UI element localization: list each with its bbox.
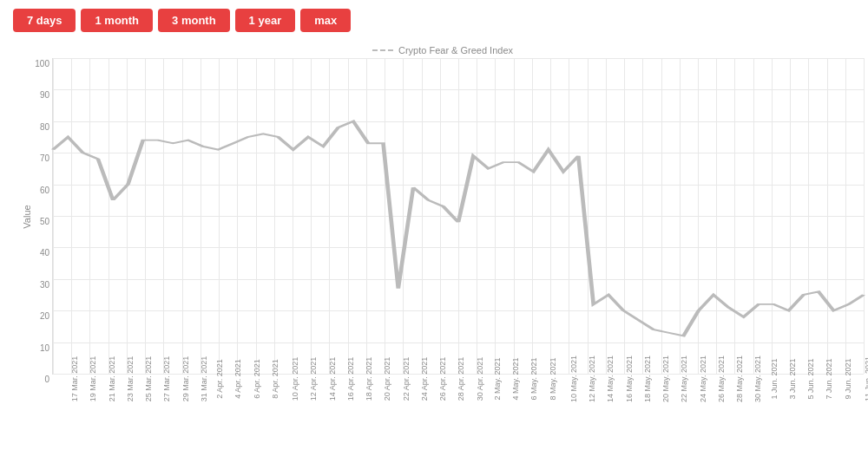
x-label-13: 12 Apr. 2021 xyxy=(310,357,319,401)
x-label-32: 20 May. 2021 xyxy=(661,355,670,402)
y-tick-10: 10 xyxy=(40,342,53,352)
x-label-19: 24 Apr. 2021 xyxy=(420,357,429,401)
main-container: 7 days1 month3 month1 yearmax Crypto Fea… xyxy=(0,0,868,431)
x-label-30: 16 May. 2021 xyxy=(624,355,633,402)
y-tick-70: 70 xyxy=(40,153,53,163)
x-label-31: 18 May. 2021 xyxy=(643,355,652,402)
x-label-8: 2 Apr. 2021 xyxy=(215,359,224,399)
x-label-7: 31 Mar. 2021 xyxy=(200,356,208,402)
x-label-41: 7 Jun. 2021 xyxy=(825,358,833,399)
y-tick-90: 90 xyxy=(40,90,53,100)
x-label-29: 14 May. 2021 xyxy=(606,355,615,402)
x-label-22: 30 Apr. 2021 xyxy=(476,357,484,401)
y-tick-80: 80 xyxy=(40,121,53,131)
x-label-16: 18 Apr. 2021 xyxy=(365,357,373,401)
x-label-36: 28 May. 2021 xyxy=(735,355,744,402)
x-label-23: 2 May. 2021 xyxy=(493,358,502,401)
chart-svg xyxy=(53,58,864,374)
max-button[interactable]: max xyxy=(300,9,351,32)
y-tick-20: 20 xyxy=(40,311,53,321)
x-label-39: 3 Jun. 2021 xyxy=(787,358,796,399)
x-label-12: 10 Apr. 2021 xyxy=(291,357,299,401)
x-label-1: 19 Mar. 2021 xyxy=(89,356,98,402)
y-tick-50: 50 xyxy=(40,217,53,226)
x-label-20: 26 Apr. 2021 xyxy=(438,357,447,401)
x-label-37: 30 May. 2021 xyxy=(753,355,762,402)
y-axis-label: Value xyxy=(22,205,32,228)
x-label-3: 23 Mar. 2021 xyxy=(126,356,135,402)
x-label-21: 28 Apr. 2021 xyxy=(457,357,466,401)
x-label-17: 20 Apr. 2021 xyxy=(384,357,392,401)
x-label-40: 5 Jun. 2021 xyxy=(806,358,815,399)
x-label-43: 11 Jun. 2021 xyxy=(864,356,868,401)
x-label-10: 6 Apr. 2021 xyxy=(252,359,260,399)
7days-button[interactable]: 7 days xyxy=(13,9,76,32)
legend-label: Crypto Fear & Greed Index xyxy=(398,45,513,55)
x-label-25: 6 May. 2021 xyxy=(530,358,539,401)
x-label-6: 29 Mar. 2021 xyxy=(181,356,190,402)
chart-area: Crypto Fear & Greed Index Value 01020304… xyxy=(22,41,864,422)
x-label-28: 12 May. 2021 xyxy=(588,355,596,402)
1year-button[interactable]: 1 year xyxy=(235,9,296,32)
x-label-24: 4 May. 2021 xyxy=(511,358,520,401)
3month-button[interactable]: 3 month xyxy=(158,9,230,32)
x-labels: 17 Mar. 202119 Mar. 202121 Mar. 202123 M… xyxy=(52,375,864,422)
x-label-27: 10 May. 2021 xyxy=(569,355,578,402)
y-tick-30: 30 xyxy=(40,279,53,289)
toolbar: 7 days1 month3 month1 yearmax xyxy=(13,9,855,32)
y-tick-40: 40 xyxy=(40,248,53,258)
chart-legend: Crypto Fear & Greed Index xyxy=(372,45,513,55)
legend-line-icon xyxy=(372,49,393,51)
x-label-2: 21 Mar. 2021 xyxy=(108,356,116,402)
y-tick-100: 100 xyxy=(35,59,53,68)
grid-line-v-44 xyxy=(864,58,865,374)
x-label-35: 26 May. 2021 xyxy=(717,355,726,402)
x-label-5: 27 Mar. 2021 xyxy=(163,356,172,402)
x-label-15: 16 Apr. 2021 xyxy=(346,357,355,401)
1month-button[interactable]: 1 month xyxy=(81,9,153,32)
x-label-4: 25 Mar. 2021 xyxy=(144,356,153,402)
x-label-26: 8 May. 2021 xyxy=(549,358,557,401)
x-label-9: 4 Apr. 2021 xyxy=(233,359,242,399)
x-label-33: 22 May. 2021 xyxy=(680,355,688,402)
x-label-34: 24 May. 2021 xyxy=(698,355,707,402)
y-tick-60: 60 xyxy=(40,185,53,194)
x-label-18: 22 Apr. 2021 xyxy=(402,357,411,401)
x-label-0: 17 Mar. 2021 xyxy=(70,356,79,402)
chart-inner: 0102030405060708090100 xyxy=(52,58,864,375)
x-label-38: 1 Jun. 2021 xyxy=(769,358,778,399)
x-label-42: 9 Jun. 2021 xyxy=(843,358,852,399)
x-label-11: 8 Apr. 2021 xyxy=(271,359,279,399)
x-label-14: 14 Apr. 2021 xyxy=(328,357,337,401)
